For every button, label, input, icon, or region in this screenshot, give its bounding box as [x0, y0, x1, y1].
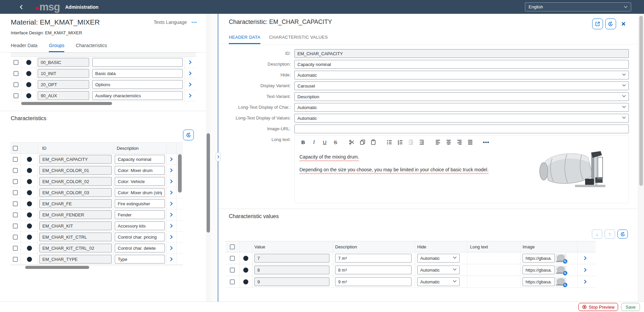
row-checkbox[interactable]	[13, 212, 18, 217]
image-url-field[interactable]	[294, 125, 629, 133]
group-description-input[interactable]	[92, 80, 183, 89]
value-field[interactable]	[254, 277, 329, 286]
cut-button[interactable]	[347, 138, 356, 146]
paste-button[interactable]	[369, 138, 378, 146]
characteristic-id-input[interactable]	[39, 255, 112, 264]
row-checkbox[interactable]	[13, 93, 19, 98]
open-in-new-window-button[interactable]	[592, 19, 603, 29]
groups-horizontal-scrollbar[interactable]	[10, 101, 195, 106]
row-navigate-button[interactable]	[169, 235, 174, 239]
row-navigate-button[interactable]	[169, 246, 174, 250]
toolbar-overflow-button[interactable]: •••	[482, 138, 491, 146]
scrollbar-thumb[interactable]	[25, 266, 89, 269]
row-checkbox[interactable]	[13, 71, 19, 76]
value-field[interactable]	[254, 254, 329, 263]
move-down-button[interactable]: ↓	[592, 230, 602, 239]
right-panel-scrollbar[interactable]	[638, 14, 644, 302]
row-navigate-button[interactable]	[169, 157, 174, 162]
value-long-text-cell[interactable]	[467, 252, 521, 264]
group-id-input[interactable]	[38, 91, 89, 100]
value-image-url-field[interactable]	[523, 277, 555, 286]
group-id-input[interactable]	[38, 80, 89, 89]
numbered-list-button[interactable]	[396, 138, 404, 146]
scrollbar-thumb[interactable]	[639, 16, 643, 186]
characteristic-description-input[interactable]	[115, 166, 165, 175]
zoom-badge[interactable]	[563, 271, 568, 276]
row-checkbox[interactable]	[230, 279, 235, 284]
characteristic-description-input[interactable]	[115, 177, 165, 186]
row-navigate-button[interactable]	[169, 257, 174, 262]
group-description-input[interactable]	[92, 58, 183, 67]
align-left-button[interactable]	[433, 138, 442, 146]
zoom-badge[interactable]	[563, 259, 568, 264]
characteristics-horizontal-scrollbar[interactable]	[10, 265, 183, 270]
row-checkbox[interactable]	[13, 82, 19, 87]
row-navigate-button[interactable]	[169, 201, 174, 206]
close-button[interactable]: ✕	[618, 21, 629, 28]
reset-characteristic-button[interactable]	[605, 19, 616, 29]
characteristic-description-input[interactable]	[115, 221, 165, 230]
bold-button[interactable]: B	[299, 138, 308, 146]
group-id-input[interactable]	[38, 69, 89, 78]
row-navigate-button[interactable]	[188, 60, 192, 65]
characteristic-id-input[interactable]	[39, 233, 112, 241]
move-up-button[interactable]: ↑	[605, 230, 615, 239]
row-navigate-button[interactable]	[583, 279, 587, 284]
underline-button[interactable]: U	[320, 138, 329, 146]
characteristic-description-input[interactable]	[115, 244, 165, 252]
value-field[interactable]	[254, 266, 329, 274]
long-text-content[interactable]: Capacity of the mixing drum. Depending o…	[295, 148, 629, 203]
row-checkbox[interactable]	[13, 157, 18, 162]
texts-language-label[interactable]: Texts Language	[154, 20, 187, 25]
copy-button[interactable]	[358, 138, 367, 146]
row-checkbox[interactable]	[13, 60, 19, 65]
characteristic-id-input[interactable]	[39, 221, 112, 230]
row-checkbox[interactable]	[13, 179, 18, 184]
value-long-text-cell[interactable]	[467, 264, 521, 276]
value-image-thumbnail[interactable]	[556, 254, 566, 263]
characteristic-description-input[interactable]	[115, 233, 165, 241]
row-checkbox[interactable]	[13, 168, 18, 173]
bullet-list-button[interactable]	[385, 138, 394, 146]
align-center-button[interactable]	[444, 138, 453, 146]
tab-characteristic-values[interactable]: CHARACTERISTIC VALUES	[269, 35, 328, 44]
row-checkbox[interactable]	[230, 256, 235, 261]
save-button[interactable]: Save	[621, 303, 640, 311]
row-checkbox[interactable]	[13, 201, 18, 206]
align-right-button[interactable]	[455, 138, 464, 146]
value-image-thumbnail[interactable]	[556, 266, 566, 275]
reset-characteristics-button[interactable]	[183, 130, 194, 140]
overflow-menu-button[interactable]: •••	[191, 21, 197, 24]
value-image-url-field[interactable]	[523, 266, 555, 274]
panel-splitter[interactable]	[211, 14, 219, 302]
row-checkbox[interactable]	[13, 246, 18, 251]
scrollbar-thumb[interactable]	[21, 102, 112, 105]
zoom-badge[interactable]	[563, 282, 568, 287]
value-description-field[interactable]	[335, 254, 412, 263]
row-navigate-button[interactable]	[583, 268, 587, 272]
text-variant-select[interactable]: Description	[294, 92, 629, 101]
tab-header-data[interactable]: HEADER DATA	[229, 35, 260, 44]
row-navigate-button[interactable]	[169, 212, 174, 217]
outdent-button[interactable]	[406, 138, 415, 146]
characteristic-description-input[interactable]	[115, 255, 165, 264]
language-select[interactable]: English	[525, 2, 631, 11]
select-all-checkbox[interactable]	[230, 244, 235, 249]
value-long-text-cell[interactable]	[467, 276, 521, 287]
justify-button[interactable]	[466, 138, 474, 146]
select-all-checkbox[interactable]	[13, 146, 18, 151]
characteristic-description-input[interactable]	[115, 188, 165, 197]
row-checkbox[interactable]	[13, 257, 18, 262]
left-panel-scrollbar[interactable]	[206, 14, 211, 302]
value-hide-select[interactable]: Automatic	[417, 254, 460, 263]
characteristic-description-input[interactable]	[115, 199, 165, 208]
reset-values-button[interactable]	[617, 230, 628, 239]
row-navigate-button[interactable]	[169, 179, 174, 184]
row-checkbox[interactable]	[13, 190, 18, 195]
group-description-input[interactable]	[92, 69, 183, 78]
row-navigate-button[interactable]	[188, 93, 192, 98]
row-navigate-button[interactable]	[169, 168, 174, 173]
group-description-input[interactable]	[92, 91, 183, 100]
row-checkbox[interactable]	[230, 268, 235, 273]
scrollbar-thumb[interactable]	[207, 133, 210, 233]
